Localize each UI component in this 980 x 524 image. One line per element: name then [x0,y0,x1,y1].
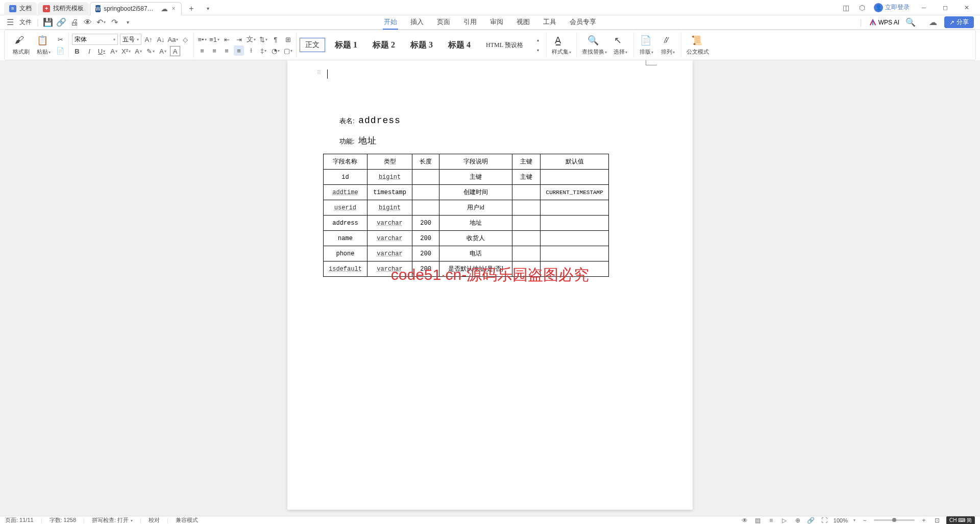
align-right-icon[interactable]: ≡ [222,45,232,56]
official-mode-button[interactable]: 📜 公文模式 [684,33,711,57]
style-heading1[interactable]: 标题 1 [329,37,363,53]
format-painter-button[interactable]: 🖌 格式刷 [11,33,32,57]
wps-ai-button[interactable]: WPS AI [869,19,899,26]
menu-member[interactable]: 会员专享 [569,15,597,30]
tab-template[interactable]: ✦ 找稻壳模板 [38,2,89,15]
login-button[interactable]: 👤 立即登录 [874,3,910,12]
increase-indent-icon[interactable]: ⇥ [234,34,244,44]
chevron-down-icon[interactable]: ▾ [124,18,132,27]
print-preview-icon[interactable]: 👁 [84,18,92,27]
style-prev-icon[interactable]: ▴ [533,35,543,45]
zoom-slider[interactable] [874,519,915,521]
italic-icon[interactable]: I [84,46,94,56]
undo-icon[interactable]: ↶▾ [97,18,105,27]
bullets-icon[interactable]: ≡•▾ [197,34,207,44]
menu-insert[interactable]: 插入 [409,15,425,30]
menu-reference[interactable]: 引用 [462,15,478,30]
zoom-out-icon[interactable]: − [861,517,869,524]
layout-button[interactable]: 📄 排版▾ [637,33,656,57]
zoom-thumb[interactable] [892,518,896,522]
link-icon[interactable]: 🔗 [57,18,65,27]
sort-icon[interactable]: ⇅▾ [258,34,268,44]
text-effect-icon[interactable]: A▾ [158,46,168,56]
tab-doc[interactable]: ≡ 文档 [4,2,37,15]
styleset-button[interactable]: A̲ 样式集▾ [550,33,573,57]
status-proofread[interactable]: 校对 [149,516,160,524]
align-center-icon[interactable]: ≡ [209,45,219,56]
menu-review[interactable]: 审阅 [489,15,504,30]
borders-icon[interactable]: ⊞ [283,34,293,44]
highlight-icon[interactable]: ✎▾ [145,46,156,56]
link-view-icon[interactable]: 🔗 [807,517,815,524]
select-button[interactable]: ↖ 选择▾ [611,33,630,57]
find-replace-button[interactable]: 🔍 查找替换▾ [580,33,609,57]
char-shading-icon[interactable]: A [170,46,180,56]
document-area[interactable]: ⠿ code51·cn-源码乐园盗图必究 表名: address 功能: 地址 … [0,60,980,516]
paste-button[interactable]: 📋 粘贴▾ [34,33,53,57]
file-menu[interactable]: 文件 [19,18,32,27]
page-view-icon[interactable]: ▤ [754,517,762,524]
grow-font-icon[interactable]: A↑ [143,34,154,44]
document-page[interactable]: ⠿ code51·cn-源码乐园盗图必究 表名: address 功能: 地址 … [287,60,693,510]
status-words[interactable]: 字数: 1258 [50,516,77,524]
bold-icon[interactable]: B [72,46,82,56]
status-page[interactable]: 页面: 11/11 [5,516,34,524]
status-compat[interactable]: 兼容模式 [176,516,198,524]
shading-icon[interactable]: ◔▾ [271,45,281,56]
share-button[interactable]: ↗ 分享 [944,16,974,28]
align-left-icon[interactable]: ≡ [197,45,207,56]
menu-start[interactable]: 开始 [383,15,398,30]
line-spacing-icon[interactable]: ‡▾ [258,45,268,56]
cut-icon[interactable]: ✂ [55,34,65,44]
save-icon[interactable]: 💾 [44,18,52,27]
shrink-font-icon[interactable]: A↓ [156,34,166,44]
menu-tools[interactable]: 工具 [542,15,557,30]
cloud-icon[interactable]: ☁ [929,18,937,27]
tab-menu-dropdown[interactable]: ▾ [201,2,214,15]
tab-active-document[interactable]: W springboot2i587数据库文档 ☁ × [90,2,182,15]
fit-icon[interactable]: ⊡ [933,517,941,524]
menu-icon[interactable]: ☰ [6,18,14,27]
cube-icon[interactable]: ⬡ [857,3,867,12]
font-size-select[interactable]: 五号 ▾ [120,34,141,45]
ime-indicator[interactable]: CH ⌨ 简 [946,516,975,525]
page-handle-icon[interactable]: ⠿ [317,69,321,76]
distribute-icon[interactable]: ⫲ [246,45,256,56]
search-icon[interactable]: 🔍 [906,18,915,27]
style-heading2[interactable]: 标题 2 [367,37,401,53]
change-case-icon[interactable]: Aa▾ [168,34,178,44]
vertical-scrollbar[interactable] [973,60,979,516]
read-mode-icon[interactable]: ▷ [780,517,789,524]
maximize-button[interactable]: ◻ [938,2,952,13]
align-justify-icon[interactable]: ≡ [234,45,244,56]
menu-page[interactable]: 页面 [436,15,451,30]
style-html[interactable]: HTML 预设格 [480,38,529,52]
numbering-icon[interactable]: ≡1▾ [209,34,219,44]
style-heading3[interactable]: 标题 3 [405,37,438,53]
web-view-icon[interactable]: ⊕ [794,517,802,524]
text-direction-icon[interactable]: 文▾ [246,34,256,44]
outline-view-icon[interactable]: ≡ [767,517,775,524]
fullscreen-icon[interactable]: ⛶ [820,517,828,524]
style-heading4[interactable]: 标题 4 [443,37,476,53]
decrease-indent-icon[interactable]: ⇤ [222,34,232,44]
font-color-icon[interactable]: A▾ [133,46,143,56]
superscript-icon[interactable]: X²▾ [121,46,131,56]
arrange-button[interactable]: ⫽ 排列▾ [658,33,678,57]
tab-menu-icon[interactable]: ☁ [161,4,168,13]
font-name-select[interactable]: 宋体 ▾ [72,34,118,45]
close-button[interactable]: ✕ [960,2,974,13]
strikethrough-icon[interactable]: A▾ [109,46,119,56]
zoom-value[interactable]: 100% [834,517,848,523]
clear-format-icon[interactable]: ◇ [180,34,190,44]
copy-icon[interactable]: 📄 [55,45,65,56]
print-icon[interactable]: 🖨 [70,18,79,27]
menu-view[interactable]: 视图 [516,15,531,30]
border-icon[interactable]: ▢▾ [283,45,293,56]
style-body[interactable]: 正文 [300,38,325,52]
style-next-icon[interactable]: ▾ [533,45,543,55]
redo-icon[interactable]: ↷ [110,18,118,27]
eye-icon[interactable]: 👁 [741,517,749,524]
new-tab-button[interactable]: + [185,2,198,15]
show-marks-icon[interactable]: ¶ [271,34,281,44]
